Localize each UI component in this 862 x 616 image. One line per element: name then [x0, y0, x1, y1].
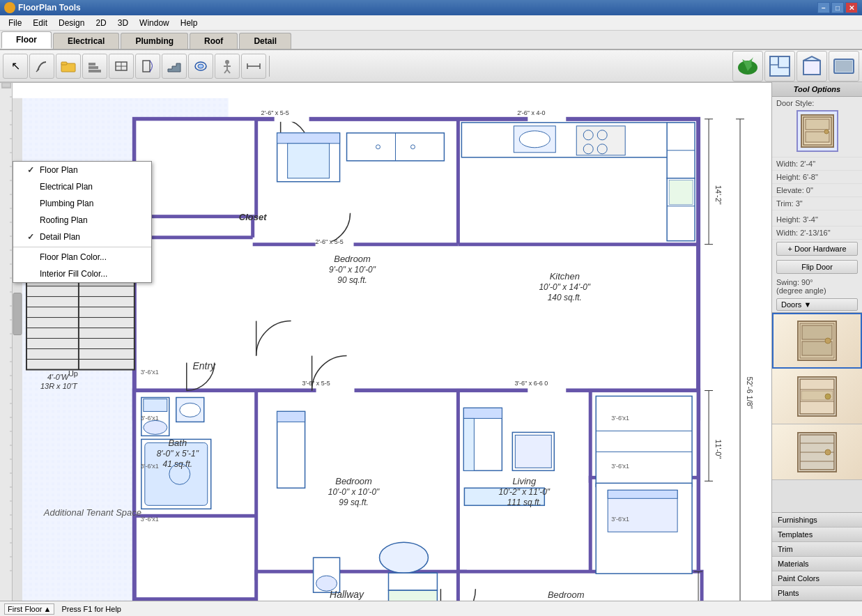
toolbar-dimension[interactable] [241, 54, 266, 79]
dropdown-detail-plan-label: Detail Plan [40, 232, 80, 242]
menu-3d[interactable]: 3D [112, 17, 134, 29]
toolbar-furniture[interactable] [188, 54, 213, 79]
dropdown-electrical-plan[interactable]: Electrical Plan [13, 178, 151, 195]
menu-window[interactable]: Window [134, 17, 175, 29]
svg-rect-156 [463, 418, 474, 470]
window-controls: − □ ✕ [817, 2, 858, 13]
height-row: Height: 6'-8" [772, 171, 862, 184]
maximize-button[interactable]: □ [831, 2, 844, 13]
tabbar: Floor Electrical Plumbing Roof Detail [0, 31, 862, 50]
door-image-1 [793, 318, 842, 364]
cat-templates[interactable]: Templates [772, 528, 862, 542]
cat-materials[interactable]: Materials [772, 557, 862, 571]
floor-selector[interactable]: First Floor ▲ [4, 603, 54, 615]
tab-plumbing[interactable]: Plumbing [121, 33, 188, 49]
toolbar-window[interactable] [109, 54, 134, 79]
svg-point-229 [825, 338, 831, 344]
menu-file[interactable]: File [3, 17, 27, 29]
tab-electrical[interactable]: Electrical [53, 33, 119, 49]
minimize-button[interactable]: − [817, 2, 830, 13]
menu-edit[interactable]: Edit [27, 17, 53, 29]
toolbar-stairs2[interactable] [162, 54, 187, 79]
toolbar-floorplan-view[interactable] [764, 51, 795, 82]
svg-text:3'-6'x1: 3'-6'x1 [141, 415, 159, 422]
door-thumb-2[interactable] [772, 369, 862, 424]
svg-text:3'-6'x1: 3'-6'x1 [141, 463, 159, 470]
svg-rect-27 [836, 61, 852, 72]
dropdown-plumbing-plan[interactable]: Plumbing Plan [13, 195, 151, 212]
menu-design[interactable]: Design [53, 17, 90, 29]
svg-rect-31 [0, 83, 13, 601]
svg-text:2'-6" x 5-5: 2'-6" x 5-5 [261, 109, 288, 116]
svg-text:14'-2": 14'-2" [714, 185, 723, 205]
toolbar-folder[interactable] [56, 54, 81, 79]
svg-rect-120 [277, 133, 340, 144]
toolbar-eco[interactable] [732, 51, 763, 82]
svg-text:3'-6'x1: 3'-6'x1 [611, 463, 629, 470]
doors-dropdown[interactable]: Doors ▼ [776, 298, 858, 311]
svg-point-143 [180, 403, 201, 417]
tab-detail[interactable]: Detail [239, 33, 291, 49]
svg-text:Bedroom: Bedroom [548, 590, 585, 600]
right-panel: Tool Options Door Style: Width: 2'-4" He… [771, 82, 862, 601]
door-thumb-1[interactable] [772, 313, 862, 369]
svg-text:3'-6'x1: 3'-6'x1 [141, 516, 159, 523]
svg-line-16 [227, 70, 230, 73]
app-title: FloorPlan Tools [18, 3, 81, 13]
toolbar-stairs[interactable] [82, 54, 107, 79]
svg-rect-24 [803, 61, 820, 75]
close-button[interactable]: ✕ [845, 2, 858, 13]
svg-text:9'-0" x 10'-0": 9'-0" x 10'-0" [329, 265, 376, 275]
toolbar-select[interactable]: ↖ [3, 54, 28, 79]
svg-text:Additional Tenant Space: Additional Tenant Space [43, 507, 141, 518]
width2-label: Width: 2'-13/16" [776, 229, 831, 237]
toolbar: ↖ [0, 50, 862, 82]
svg-rect-121 [288, 144, 330, 178]
toolbar-figure[interactable] [215, 54, 240, 79]
svg-text:Kitchen: Kitchen [550, 271, 580, 282]
svg-text:3'-6'x1: 3'-6'x1 [611, 516, 629, 523]
elevate-label: Elevate: 0" [776, 186, 813, 194]
toolbar-render-view[interactable] [829, 51, 859, 82]
svg-marker-25 [803, 56, 820, 61]
svg-text:99 sq.ft.: 99 sq.ft. [339, 498, 369, 507]
cat-trim[interactable]: Trim [772, 542, 862, 557]
cat-paint-colors[interactable]: Paint Colors [772, 571, 862, 586]
door-hardware-button[interactable]: + Door Hardware [776, 242, 858, 256]
toolbar-draw[interactable] [29, 54, 54, 79]
door-style-preview[interactable] [796, 110, 838, 152]
svg-text:Entry: Entry [192, 360, 216, 371]
dropdown-separator [13, 247, 151, 247]
svg-rect-155 [463, 408, 502, 418]
flip-door-button[interactable]: Flip Door [776, 260, 858, 274]
canvas-area[interactable]: 4'-0'W 13R x 10'T Up [13, 83, 771, 601]
svg-rect-116 [528, 387, 566, 393]
svg-rect-222 [806, 119, 829, 130]
door-thumb-3[interactable] [772, 424, 862, 480]
cat-furnishings[interactable]: Furnishings [772, 513, 862, 528]
menu-2d[interactable]: 2D [90, 17, 111, 29]
svg-rect-158 [515, 435, 551, 468]
cat-plants[interactable]: Plants [772, 586, 862, 601]
dropdown-floor-plan[interactable]: ✓ Floor Plan [13, 162, 151, 178]
svg-rect-2 [88, 70, 101, 72]
svg-rect-147 [277, 411, 305, 488]
tab-roof[interactable]: Roof [190, 33, 238, 49]
svg-text:111 sq.ft.: 111 sq.ft. [507, 498, 541, 507]
dropdown-roofing-plan[interactable]: Roofing Plan [13, 212, 151, 229]
help-text: Press F1 for Help [61, 605, 121, 613]
svg-text:90 sq.ft.: 90 sq.ft. [337, 275, 367, 285]
svg-text:Up: Up [68, 369, 78, 378]
dropdown-detail-plan[interactable]: ✓ Detail Plan [13, 229, 151, 245]
app-icon [4, 2, 15, 13]
canvas-wrapper: 4'-0'W 13R x 10'T Up [0, 82, 771, 601]
door-image-3 [793, 429, 842, 475]
toolbar-3d-view[interactable] [796, 51, 827, 82]
menu-help[interactable]: Help [175, 17, 203, 29]
tab-floor[interactable]: Floor [1, 31, 52, 49]
width-row: Width: 2'-4" [772, 157, 862, 171]
svg-rect-165 [608, 490, 677, 498]
toolbar-door[interactable] [135, 54, 160, 79]
dropdown-floor-plan-color[interactable]: Floor Plan Color... [13, 249, 151, 265]
dropdown-interior-fill-color[interactable]: Interior Fill Color... [13, 265, 151, 282]
